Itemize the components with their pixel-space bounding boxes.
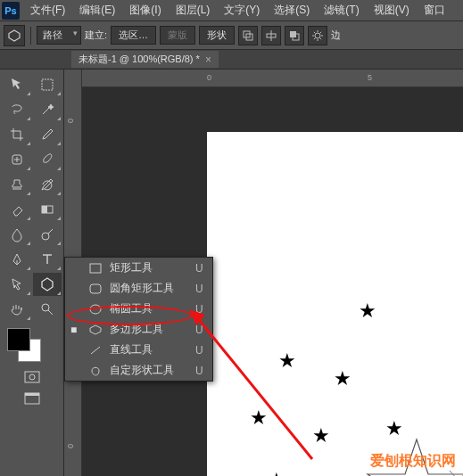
flyout-rounded-rectangle-tool[interactable]: 圆角矩形工具 U	[65, 278, 212, 299]
flyout-label: 多边形工具	[110, 322, 174, 337]
eyedropper-tool[interactable]	[33, 123, 62, 146]
document-tab[interactable]: 未标题-1 @ 100%(RGB/8) * ×	[71, 51, 219, 68]
type-tool[interactable]	[33, 248, 62, 271]
flyout-shortcut: U	[195, 344, 203, 357]
svg-rect-25	[25, 372, 39, 382]
menu-image[interactable]: 图像(I)	[122, 3, 168, 18]
menu-select[interactable]: 选择(S)	[267, 3, 317, 18]
current-tool-preview[interactable]	[4, 25, 25, 46]
flyout-shortcut: U	[195, 262, 203, 275]
screenmode-button[interactable]	[18, 389, 46, 408]
ruler-horizontal[interactable]: 0 5	[82, 70, 463, 87]
quickmask-button[interactable]	[18, 367, 46, 387]
svg-line-12	[314, 31, 315, 32]
mode-dropdown[interactable]: 路径	[37, 26, 81, 45]
shape-tool[interactable]	[33, 273, 62, 296]
flyout-label: 圆角矩形工具	[110, 281, 174, 296]
brush-tool[interactable]	[33, 148, 62, 171]
close-icon[interactable]: ×	[205, 53, 211, 66]
tool-panel	[0, 70, 64, 476]
pen-tool[interactable]	[3, 248, 31, 271]
flyout-line-tool[interactable]: 直线工具 U	[65, 340, 212, 360]
history-brush-tool[interactable]	[33, 173, 62, 196]
ruler-tick: 0	[207, 73, 211, 82]
polygon-icon	[88, 324, 103, 336]
make-mask-button[interactable]: 蒙版	[160, 26, 195, 45]
check-icon: ■	[70, 324, 81, 336]
path-selection-tool[interactable]	[3, 273, 31, 296]
healing-tool[interactable]	[3, 148, 31, 171]
crop-tool[interactable]	[3, 123, 31, 146]
path-ops-combine-icon[interactable]	[238, 26, 258, 45]
ruler-tick: 0	[66, 444, 75, 448]
star-shape: ★	[250, 406, 268, 430]
lasso-tool[interactable]	[3, 98, 31, 121]
document-tabs: 未标题-1 @ 100%(RGB/8) * ×	[0, 50, 463, 70]
line-icon	[88, 344, 103, 357]
svg-line-37	[450, 471, 463, 476]
canvas[interactable]: ★ ★ ★ ★ ★ ★ ★ ★	[207, 132, 463, 476]
svg-line-14	[314, 37, 315, 38]
foreground-swatch[interactable]	[7, 328, 30, 351]
eraser-tool[interactable]	[3, 198, 31, 221]
move-tool[interactable]	[3, 73, 31, 96]
flyout-ellipse-tool[interactable]: 椭圆工具 U	[65, 299, 212, 319]
menu-file[interactable]: 文件(F)	[23, 3, 72, 18]
svg-marker-22	[42, 278, 53, 291]
menu-window[interactable]: 窗口	[417, 3, 452, 18]
flyout-shortcut: U	[195, 324, 203, 336]
svg-point-23	[42, 304, 49, 311]
hand-tool[interactable]	[3, 298, 31, 321]
svg-rect-16	[42, 79, 53, 90]
star-shape: ★	[268, 469, 285, 476]
menu-edit[interactable]: 编辑(E)	[72, 3, 122, 18]
dodge-tool[interactable]	[33, 223, 62, 246]
ruler-tick: 0	[66, 119, 75, 123]
make-label: 建立:	[85, 29, 107, 42]
document-tab-title: 未标题-1 @ 100%(RGB/8) *	[79, 53, 200, 66]
flyout-custom-shape-tool[interactable]: 自定形状工具 U	[65, 360, 212, 381]
stamp-tool[interactable]	[3, 173, 31, 196]
gradient-tool[interactable]	[33, 198, 62, 221]
color-swatches[interactable]	[2, 326, 62, 364]
watermark: 爱刨根知识网	[370, 452, 456, 471]
blur-tool[interactable]	[3, 223, 31, 246]
marquee-tool[interactable]	[33, 73, 62, 96]
make-selection-button[interactable]: 选区…	[111, 26, 156, 45]
path-arrange-icon[interactable]	[285, 26, 304, 45]
svg-point-20	[42, 233, 49, 240]
svg-rect-19	[42, 206, 47, 213]
svg-rect-28	[25, 393, 39, 396]
menu-view[interactable]: 视图(V)	[367, 3, 417, 18]
make-shape-button[interactable]: 形状	[199, 26, 235, 45]
flyout-shortcut: U	[195, 365, 203, 377]
rounded-rectangle-icon	[88, 283, 103, 295]
svg-rect-39	[90, 284, 101, 293]
options-bar: 路径 建立: 选区… 蒙版 形状 边	[0, 21, 463, 50]
custom-shape-icon	[88, 365, 103, 377]
svg-rect-38	[90, 264, 101, 273]
ellipse-icon	[88, 303, 103, 316]
flyout-polygon-tool[interactable]: ■ 多边形工具 U	[65, 319, 212, 340]
zoom-tool[interactable]	[33, 298, 62, 321]
path-align-icon[interactable]	[261, 26, 281, 45]
wand-tool[interactable]	[33, 98, 62, 121]
star-shape: ★	[278, 349, 296, 373]
svg-line-15	[320, 31, 321, 32]
star-shape: ★	[359, 300, 376, 323]
svg-marker-0	[9, 30, 20, 41]
flyout-rectangle-tool[interactable]: 矩形工具 U	[65, 258, 212, 278]
flyout-shortcut: U	[195, 283, 203, 295]
flyout-label: 矩形工具	[110, 260, 174, 275]
flyout-label: 椭圆工具	[110, 301, 174, 316]
divider	[30, 27, 31, 45]
svg-point-26	[29, 374, 35, 380]
svg-marker-41	[90, 325, 101, 334]
gear-icon[interactable]	[308, 26, 327, 45]
svg-line-42	[91, 347, 100, 354]
menu-filter[interactable]: 滤镜(T)	[317, 3, 366, 18]
svg-line-13	[320, 37, 321, 38]
menu-type[interactable]: 文字(Y)	[217, 3, 267, 18]
flyout-shortcut: U	[195, 303, 203, 316]
menu-layer[interactable]: 图层(L)	[169, 3, 218, 18]
